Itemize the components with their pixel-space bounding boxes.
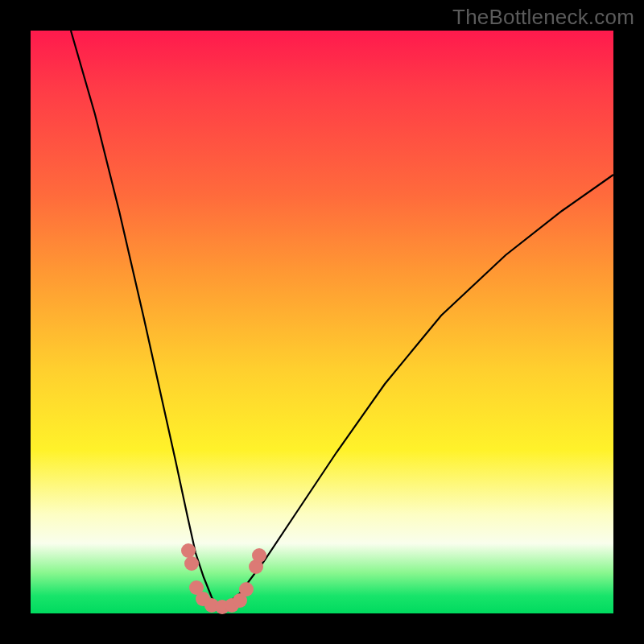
right-curve	[220, 175, 613, 609]
chart-frame: TheBottleneck.com	[0, 0, 644, 644]
marker-dot	[239, 582, 254, 597]
marker-dot	[181, 543, 196, 558]
left-curve	[71, 31, 220, 609]
marker-group	[181, 543, 266, 614]
watermark-text: TheBottleneck.com	[452, 5, 634, 30]
chart-svg	[31, 31, 613, 613]
marker-dot	[184, 556, 199, 571]
marker-dot	[252, 548, 266, 563]
